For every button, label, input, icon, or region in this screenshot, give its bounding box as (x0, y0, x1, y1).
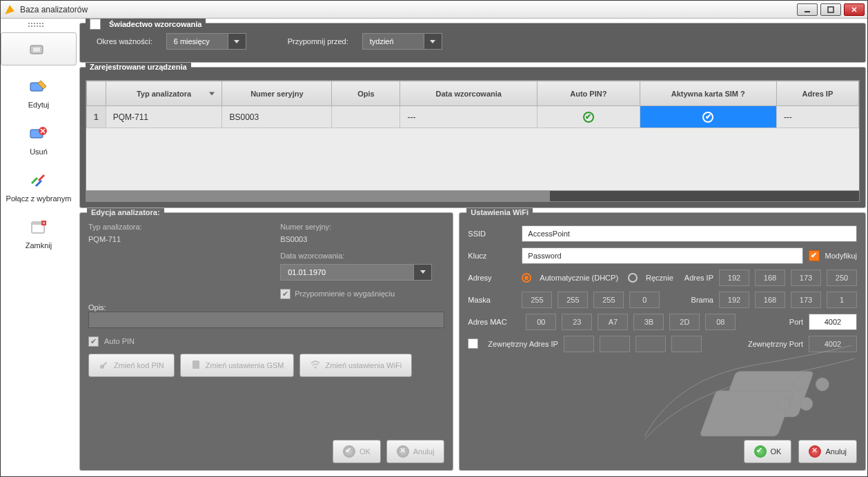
col-serial[interactable]: Numer seryjny (222, 81, 332, 106)
devices-table: Typ analizatora Numer seryjny Opis Data … (86, 80, 860, 202)
ext-ip-checkbox[interactable] (468, 338, 478, 349)
ip-octet-4[interactable] (827, 270, 857, 286)
close-button[interactable] (844, 3, 865, 16)
modify-checkbox[interactable] (809, 250, 820, 261)
ssid-input[interactable] (522, 225, 857, 242)
check-icon: ✔ (583, 112, 594, 123)
mask-octet-1[interactable] (522, 292, 552, 308)
sidebar-item-edit[interactable]: Edytuj (1, 70, 77, 112)
expiry-reminder-checkbox[interactable] (280, 289, 290, 299)
ip-octet-3[interactable] (791, 270, 821, 286)
edit-cancel-button[interactable]: Anuluj (386, 440, 445, 463)
sidebar-item-delete[interactable]: Usuń (1, 116, 77, 159)
certificate-checkbox[interactable] (90, 19, 101, 30)
port-input[interactable] (809, 314, 857, 330)
sidebar-item-add[interactable] (1, 32, 77, 65)
certificate-legend: Świadectwo wzorcowania (109, 20, 201, 28)
sidebar-item-connect[interactable]: Połącz z wybranym (1, 163, 77, 206)
addr-label: Adresy (468, 274, 516, 282)
col-desc[interactable]: Opis (332, 81, 400, 106)
svg-point-24 (315, 366, 317, 368)
gateway-label: Brama (691, 296, 713, 304)
sidebar-item-label: Połącz z wybranym (1, 194, 76, 203)
remind-select[interactable]: tydzień (362, 33, 442, 50)
expiry-reminder-label: Przypomnienie o wygaśnięciu (295, 290, 395, 298)
col-autopin[interactable]: Auto PIN? (537, 81, 640, 106)
edit-ok-button[interactable]: OK (333, 440, 381, 463)
cell-ip: --- (776, 106, 858, 128)
col-type[interactable]: Typ analizatora (106, 81, 222, 106)
ext-ip-2[interactable] (600, 336, 630, 352)
table-row[interactable]: 1 PQM-711 BS0003 --- ✔ ✔ --- (87, 106, 859, 128)
caldate-value: 01.01.1970 (280, 264, 414, 281)
autopin-checkbox[interactable] (88, 336, 99, 347)
key-input[interactable] (522, 247, 802, 264)
cancel-icon (397, 445, 409, 458)
mac-label: Adres MAC (468, 318, 520, 326)
svg-rect-23 (193, 361, 199, 369)
mask-octet-3[interactable] (593, 292, 624, 308)
sidebar-item-label: Edytuj (1, 101, 76, 109)
gw-octet-2[interactable] (755, 292, 785, 308)
edit-icon (1, 74, 76, 99)
titlebar: Baza analizatorów (1, 1, 867, 19)
desc-input[interactable] (88, 312, 444, 328)
manual-radio[interactable] (628, 273, 638, 283)
mac-5[interactable] (669, 314, 700, 330)
group-devices: Zarejestrowane urządzenia Typ analizator… (79, 67, 866, 208)
wifi-ok-button[interactable]: OK (744, 440, 792, 463)
change-gsm-button[interactable]: Zmień ustawienia GSM (180, 354, 295, 377)
mac-6[interactable] (705, 314, 736, 330)
caldate-label: Data wzorcowania: (280, 252, 444, 260)
horizontal-scrollbar[interactable] (86, 190, 859, 201)
maximize-button[interactable] (820, 3, 841, 16)
gw-octet-1[interactable] (719, 292, 749, 308)
mask-label: Maska (468, 296, 516, 304)
gw-octet-3[interactable] (791, 292, 821, 308)
autopin-label: Auto PIN (104, 337, 135, 345)
ext-ip-1[interactable] (564, 336, 594, 352)
caldate-select[interactable]: 01.01.1970 (280, 264, 432, 281)
svg-rect-6 (33, 48, 40, 52)
ip-octet-1[interactable] (719, 270, 749, 286)
ext-ip-label: Zewnętrzny Adres IP (488, 340, 558, 348)
gw-octet-4[interactable] (827, 292, 857, 308)
change-wifi-button[interactable]: Zmień ustawienia WiFi (299, 354, 412, 377)
chevron-down-icon (424, 33, 442, 50)
mac-2[interactable] (562, 314, 592, 330)
ext-ip-3[interactable] (635, 336, 666, 352)
svg-marker-14 (38, 174, 45, 181)
ext-ip-4[interactable] (671, 336, 702, 352)
change-pin-button[interactable]: Zmień kod PIN (88, 354, 175, 377)
mask-octet-2[interactable] (558, 292, 588, 308)
wifi-cancel-button[interactable]: Anuluj (798, 440, 857, 463)
cell-autopin: ✔ (537, 106, 640, 128)
ip-label: Adres IP (684, 274, 713, 282)
minimize-button[interactable] (797, 3, 818, 16)
mac-1[interactable] (526, 314, 556, 330)
serial-label: Numer seryjny: (280, 223, 444, 231)
mask-octet-4[interactable] (629, 292, 660, 308)
sidebar-item-close[interactable]: Zamknij (1, 210, 77, 253)
ip-octet-2[interactable] (755, 270, 785, 286)
remind-value: tydzień (362, 33, 424, 50)
cell-desc (332, 106, 400, 128)
validity-select[interactable]: 6 miesięcy (166, 33, 246, 50)
ok-icon (754, 445, 767, 458)
ext-port-input[interactable] (809, 336, 857, 352)
mac-3[interactable] (598, 314, 628, 330)
mac-4[interactable] (633, 314, 664, 330)
app-icon (3, 3, 16, 16)
col-ip[interactable]: Adres IP (776, 81, 858, 106)
svg-point-28 (816, 378, 829, 391)
row-number: 1 (87, 106, 106, 128)
svg-marker-0 (5, 5, 14, 14)
group-edit-analyzer: Edycja analizatora: Typ analizatora: PQM… (79, 212, 453, 471)
delete-icon (1, 121, 76, 146)
connect-icon (1, 168, 76, 193)
dhcp-radio[interactable] (522, 273, 531, 283)
dhcp-label: Automatycznie (DHCP) (540, 274, 618, 282)
col-caldate[interactable]: Data wzorcowania (400, 81, 537, 106)
remind-label: Przypomnij przed: (288, 37, 348, 45)
col-sim[interactable]: Aktywna karta SIM ? (640, 81, 776, 106)
